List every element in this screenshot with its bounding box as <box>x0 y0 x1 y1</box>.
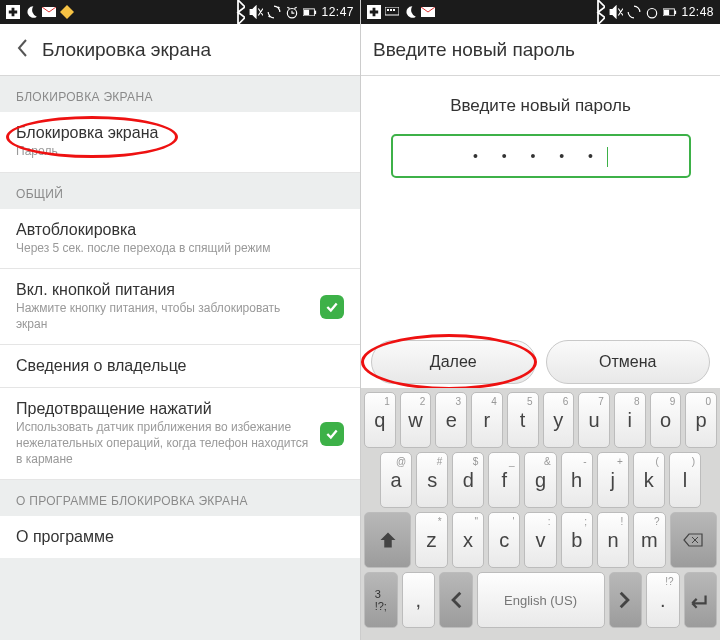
backspace-key[interactable] <box>670 512 717 568</box>
lang-next-key[interactable] <box>609 572 643 628</box>
item-sub: Использовать датчик приближения во избеж… <box>16 420 310 467</box>
item-sub: Нажмите кнопку питания, чтобы заблокиров… <box>16 301 310 332</box>
key-label: d <box>463 469 474 492</box>
symbols-key[interactable]: 3 !?; <box>364 572 398 628</box>
next-button[interactable]: Далее <box>371 340 536 384</box>
key-a[interactable]: a@ <box>380 452 412 508</box>
caret-icon <box>607 147 608 167</box>
key-e[interactable]: e3 <box>435 392 467 448</box>
key-w[interactable]: w2 <box>400 392 432 448</box>
cancel-label: Отмена <box>599 353 656 371</box>
key-o[interactable]: o9 <box>650 392 682 448</box>
key-q[interactable]: q1 <box>364 392 396 448</box>
sync-icon <box>267 5 281 19</box>
key-hint: & <box>544 456 551 467</box>
key-label: i <box>628 409 632 432</box>
key-hint: ! <box>620 516 623 527</box>
item-sub: Пароль <box>16 144 158 160</box>
key-n[interactable]: n! <box>597 512 629 568</box>
lang-prev-key[interactable] <box>439 572 473 628</box>
key-r[interactable]: r4 <box>471 392 503 448</box>
key-hint: # <box>437 456 443 467</box>
section-label: О ПРОГРАММЕ БЛОКИРОВКА ЭКРАНА <box>0 480 360 516</box>
shift-key[interactable] <box>364 512 411 568</box>
svg-rect-6 <box>304 9 309 14</box>
space-key[interactable]: English (US) <box>477 572 605 628</box>
key-hint: 5 <box>527 396 533 407</box>
cancel-button[interactable]: Отмена <box>546 340 711 384</box>
item-power-lock[interactable]: Вкл. кнопкой питания Нажмите кнопку пита… <box>0 269 360 345</box>
keyboard: q1w2e3r4t5y6u7i8o9p0 a@s#d$f_g&h-j+k(l) … <box>361 388 720 640</box>
key-k[interactable]: k( <box>633 452 665 508</box>
svg-rect-15 <box>675 10 677 14</box>
section-label: ОБЩИЙ <box>0 173 360 209</box>
section-label: БЛОКИРОВКА ЭКРАНА <box>0 76 360 112</box>
key-label: t <box>520 409 526 432</box>
key-h[interactable]: h- <box>561 452 593 508</box>
password-input[interactable]: • • • • • <box>391 134 691 178</box>
key-g[interactable]: g& <box>524 452 556 508</box>
key-label: x <box>463 529 473 552</box>
key-i[interactable]: i8 <box>614 392 646 448</box>
key-c[interactable]: c' <box>488 512 520 568</box>
key-j[interactable]: j+ <box>597 452 629 508</box>
key-label: j <box>610 469 614 492</box>
moon-icon <box>403 5 417 19</box>
item-title: Блокировка экрана <box>16 124 158 142</box>
key-hint: 2 <box>420 396 426 407</box>
key-hint: ; <box>584 516 587 527</box>
key-hint: 3 <box>456 396 462 407</box>
status-bar: 12:48 <box>361 0 720 24</box>
back-icon[interactable] <box>12 38 32 62</box>
key-label: o <box>660 409 671 432</box>
svg-rect-10 <box>390 9 392 11</box>
key-label: z <box>427 529 437 552</box>
key-m[interactable]: m? <box>633 512 665 568</box>
key-f[interactable]: f_ <box>488 452 520 508</box>
key-p[interactable]: p0 <box>685 392 717 448</box>
enter-key[interactable] <box>684 572 718 628</box>
item-auto-lock[interactable]: Автоблокировка Через 5 сек. после перехо… <box>0 209 360 270</box>
item-owner-info[interactable]: Сведения о владельце <box>0 345 360 388</box>
key-hint: 0 <box>705 396 711 407</box>
key-label: e <box>446 409 457 432</box>
key-label: s <box>427 469 437 492</box>
next-label: Далее <box>430 353 477 371</box>
key-u[interactable]: u7 <box>578 392 610 448</box>
svg-rect-16 <box>664 9 669 14</box>
key-hint: : <box>548 516 551 527</box>
key-y[interactable]: y6 <box>543 392 575 448</box>
item-about[interactable]: О программе <box>0 516 360 558</box>
key-hint: 7 <box>598 396 604 407</box>
screen-header: Блокировка экрана <box>0 24 360 76</box>
key-z[interactable]: z* <box>415 512 447 568</box>
key-hint: 6 <box>563 396 569 407</box>
key-s[interactable]: s# <box>416 452 448 508</box>
comma-key[interactable]: , <box>402 572 436 628</box>
checkbox-on-icon[interactable] <box>320 422 344 446</box>
settings-screen: 12:47 Блокировка экрана БЛОКИРОВКА ЭКРАН… <box>0 0 360 640</box>
key-v[interactable]: v: <box>524 512 556 568</box>
item-title: Вкл. кнопкой питания <box>16 281 310 299</box>
key-d[interactable]: d$ <box>452 452 484 508</box>
item-screen-lock[interactable]: Блокировка экрана Пароль <box>0 112 360 173</box>
header-title: Блокировка экрана <box>42 39 211 61</box>
checkbox-on-icon[interactable] <box>320 295 344 319</box>
key-t[interactable]: t5 <box>507 392 539 448</box>
header-title: Введите новый пароль <box>373 39 575 61</box>
key-label: m <box>641 529 658 552</box>
key-l[interactable]: l) <box>669 452 701 508</box>
key-x[interactable]: x" <box>452 512 484 568</box>
button-row: Далее Отмена <box>361 340 720 384</box>
key-b[interactable]: b; <box>561 512 593 568</box>
key-hint: ? <box>654 516 660 527</box>
svg-rect-5 <box>315 10 317 14</box>
key-label: a <box>390 469 401 492</box>
key-label: v <box>535 529 545 552</box>
alarm-icon <box>645 5 659 19</box>
key-hint: " <box>474 516 478 527</box>
sync-icon <box>627 5 641 19</box>
item-prevent-touch[interactable]: Предотвращение нажатий Использовать датч… <box>0 388 360 480</box>
period-key[interactable]: .!? <box>646 572 680 628</box>
svg-point-13 <box>648 9 657 18</box>
